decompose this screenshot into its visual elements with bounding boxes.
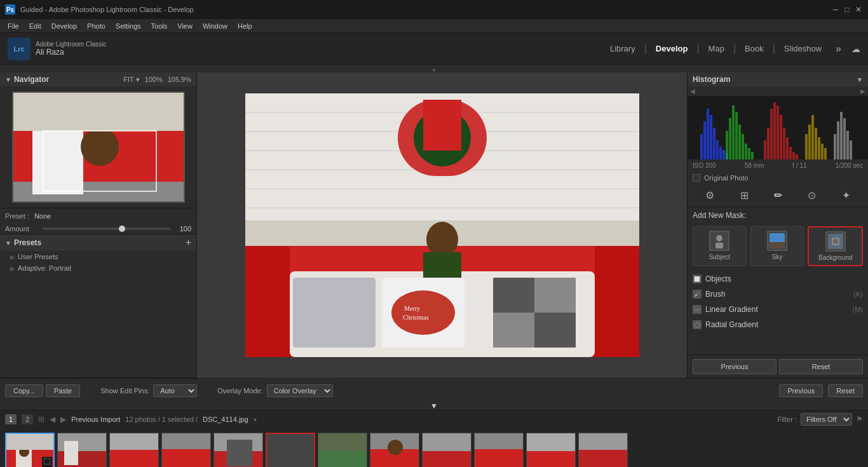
nav-map[interactable]: Map bbox=[702, 41, 731, 56]
menu-settings[interactable]: Settings bbox=[111, 19, 146, 33]
maximize-button[interactable]: □ bbox=[843, 5, 851, 14]
histogram-left-arrow[interactable]: ◀ bbox=[690, 88, 695, 95]
objects-mask-item[interactable]: ⬜ Objects bbox=[688, 271, 868, 287]
filmstrip-nav-left[interactable]: ◀ bbox=[50, 415, 55, 424]
minimize-button[interactable]: ─ bbox=[831, 5, 840, 14]
histogram-arrows: ◀ ▶ bbox=[688, 86, 868, 96]
fit-button[interactable]: FIT ▾ bbox=[123, 76, 139, 84]
thumb-10[interactable] bbox=[474, 433, 524, 468]
menu-develop[interactable]: Develop bbox=[46, 19, 82, 33]
histogram-right-arrow[interactable]: ▶ bbox=[860, 88, 865, 95]
svg-rect-29 bbox=[493, 313, 534, 348]
tool-icon-mask[interactable]: ✦ bbox=[841, 188, 851, 203]
amount-thumb[interactable] bbox=[119, 226, 125, 232]
histogram-display bbox=[688, 96, 868, 159]
main-image-area[interactable]: Merry Christmas bbox=[197, 72, 687, 378]
radial-gradient-item[interactable]: ◯ Radial Gradient bbox=[688, 317, 868, 332]
filter-select[interactable]: Filters Off Flagged Unflagged bbox=[801, 413, 852, 426]
filmstrip-nav-right[interactable]: ▶ bbox=[60, 415, 66, 424]
amount-label: Amount bbox=[5, 225, 37, 233]
nav-sep-1: | bbox=[644, 43, 647, 55]
presets-header[interactable]: ▼ Presets + bbox=[0, 234, 196, 251]
svg-rect-68 bbox=[818, 137, 820, 159]
menu-file[interactable]: File bbox=[3, 19, 24, 33]
tool-icon-brush[interactable]: ✏ bbox=[773, 188, 783, 203]
svg-text:Christmas: Christmas bbox=[403, 314, 429, 321]
histogram-header[interactable]: Histogram ▼ bbox=[688, 72, 868, 86]
nav-slideshow[interactable]: Slideshow bbox=[778, 41, 828, 56]
tool-icon-redeye[interactable]: ⊙ bbox=[806, 188, 817, 203]
filmstrip: 1 2 ⊞ ◀ ▶ Previous Import 12 photos / 1 … bbox=[0, 410, 868, 467]
nav-sep-3: | bbox=[733, 43, 736, 55]
thumb-3[interactable] bbox=[109, 433, 159, 468]
presets-add-button[interactable]: + bbox=[186, 237, 191, 248]
menu-photo[interactable]: Photo bbox=[82, 19, 111, 33]
background-mask-button[interactable]: Background bbox=[808, 226, 863, 266]
reset-button[interactable]: Reset bbox=[779, 359, 863, 374]
navigator-header[interactable]: ▼ Navigator FIT ▾ 100% 105.9% bbox=[0, 72, 196, 86]
nav-expand-icon[interactable]: » bbox=[836, 43, 841, 55]
filename-dropdown-icon[interactable]: ▾ bbox=[254, 416, 257, 423]
thumb-8[interactable] bbox=[370, 433, 419, 468]
svg-rect-79 bbox=[715, 243, 723, 248]
edit-pins-select[interactable]: Auto Always Never bbox=[153, 384, 197, 397]
menu-window[interactable]: Window bbox=[198, 19, 233, 33]
nav-develop[interactable]: Develop bbox=[649, 41, 695, 56]
menu-tools[interactable]: Tools bbox=[146, 19, 173, 33]
objects-left: ⬜ Objects bbox=[693, 274, 731, 283]
svg-rect-105 bbox=[318, 451, 367, 468]
overlay-mode-select[interactable]: Color Overlay White Overlay Black Overla… bbox=[267, 384, 333, 397]
thumb-5[interactable] bbox=[214, 433, 263, 468]
thumb-4[interactable] bbox=[161, 433, 211, 468]
zoom-100[interactable]: 100% bbox=[145, 76, 163, 83]
previous-button[interactable]: Previous bbox=[693, 359, 776, 374]
subject-mask-button[interactable]: Subject bbox=[693, 226, 747, 266]
filmstrip-flag-icon[interactable]: ⚑ bbox=[856, 415, 863, 424]
filmstrip-filename[interactable]: DSC_4114.jpg bbox=[203, 416, 248, 423]
svg-rect-50 bbox=[745, 144, 747, 159]
svg-rect-73 bbox=[840, 112, 843, 159]
thumb-9[interactable] bbox=[422, 433, 471, 468]
svg-rect-53 bbox=[764, 140, 766, 159]
svg-rect-45 bbox=[729, 118, 731, 159]
menu-view[interactable]: View bbox=[172, 19, 198, 33]
previous-bottom-button[interactable]: Previous bbox=[779, 384, 823, 397]
menu-help[interactable]: Help bbox=[233, 19, 257, 33]
linear-gradient-item[interactable]: ▭ Linear Gradient (M) bbox=[688, 302, 868, 317]
tool-icon-crop[interactable]: ⊞ bbox=[739, 188, 750, 203]
thumb-1[interactable] bbox=[5, 433, 55, 468]
svg-rect-103 bbox=[267, 434, 315, 468]
amount-slider[interactable] bbox=[42, 227, 170, 230]
original-photo-checkbox[interactable] bbox=[693, 174, 700, 182]
preset-item-user[interactable]: ▶ User Presets bbox=[0, 251, 196, 262]
radial-gradient-label: Radial Gradient bbox=[705, 320, 758, 329]
zoom-percent[interactable]: 105.9% bbox=[168, 76, 191, 83]
menu-edit[interactable]: Edit bbox=[24, 19, 46, 33]
sky-mask-button[interactable]: Sky bbox=[750, 226, 804, 266]
thumb-2[interactable] bbox=[57, 433, 107, 468]
filmstrip-tab-2[interactable]: 2 bbox=[22, 414, 33, 424]
nav-book[interactable]: Book bbox=[738, 41, 770, 56]
close-button[interactable]: ✕ bbox=[854, 5, 863, 14]
main-layout: ▼ Navigator FIT ▾ 100% 105.9% bbox=[0, 72, 868, 378]
window-controls[interactable]: ─ □ ✕ bbox=[831, 5, 863, 14]
histogram-expand-icon[interactable]: ▼ bbox=[857, 76, 863, 83]
mask-section: Add New Mask: Subject bbox=[688, 207, 868, 355]
bottom-expand-arrow[interactable] bbox=[0, 402, 868, 410]
preset-item-adaptive[interactable]: ▶ Adaptive: Portrait bbox=[0, 262, 196, 274]
thumb-7[interactable] bbox=[318, 433, 367, 468]
thumb-11[interactable] bbox=[526, 433, 576, 468]
thumb-6[interactable] bbox=[266, 433, 315, 468]
reset-bottom-button[interactable]: Reset bbox=[828, 384, 863, 397]
nav-library[interactable]: Library bbox=[604, 41, 642, 56]
tool-icon-settings[interactable]: ⚙ bbox=[704, 188, 715, 203]
thumb-12[interactable] bbox=[578, 433, 628, 468]
filmstrip-tab-1[interactable]: 1 bbox=[5, 414, 17, 424]
thumb-flag-1 bbox=[42, 457, 52, 467]
nav-sep-2: | bbox=[696, 43, 699, 55]
filmstrip-grid-icon[interactable]: ⊞ bbox=[38, 415, 44, 424]
top-expand-arrow[interactable] bbox=[0, 65, 868, 72]
copy-button[interactable]: Copy... bbox=[5, 384, 43, 397]
brush-mask-item[interactable]: 🖌 Brush (K) bbox=[688, 287, 868, 302]
paste-button[interactable]: Paste bbox=[46, 384, 80, 397]
